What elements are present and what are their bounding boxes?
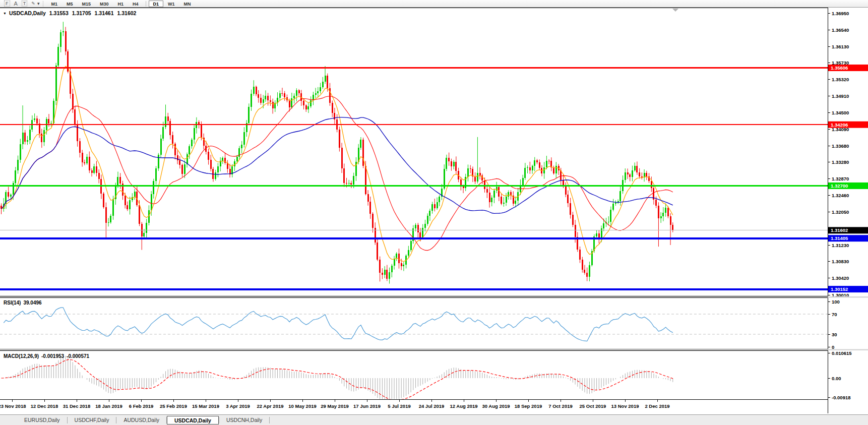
svg-text:0.010615: 0.010615 [832,350,852,356]
timeframe-button-m1[interactable]: M1 [46,1,62,7]
main-chart[interactable]: 1.369501.365401.361301.357301.353201.349… [0,8,868,414]
svg-text:1.34500: 1.34500 [832,110,849,115]
close-value: 1.31602 [117,10,136,16]
svg-text:1.33680: 1.33680 [832,143,849,149]
macd-panel-title: MACD(12,26,9)-0.001953-0.000571 [4,353,92,359]
timeframe-button-mn[interactable]: MN [179,1,196,7]
symbol-tab-audusd[interactable]: AUDUSD,Daily [116,416,166,424]
svg-text:29 May 2019: 29 May 2019 [321,403,348,409]
svg-text:1.34910: 1.34910 [832,93,849,99]
svg-text:1.36540: 1.36540 [832,27,849,33]
svg-text:2 Dec 2019: 2 Dec 2019 [645,403,669,409]
toolbar-separator [43,1,45,7]
macd-signal-line [2,359,673,400]
svg-text:1.35320: 1.35320 [832,77,849,82]
svg-text:10 May 2019: 10 May 2019 [288,403,316,409]
svg-text:12 Aug 2019: 12 Aug 2019 [450,403,477,409]
svg-text:18 Jan 2019: 18 Jan 2019 [95,403,122,409]
chart-ohlc-header: ▼USDCAD,Daily 1.31553 1.31705 1.31461 1.… [3,10,138,16]
chart-shift-marker-icon[interactable] [672,9,678,12]
svg-text:1.30152: 1.30152 [831,286,848,292]
svg-text:12 Dec 2018: 12 Dec 2018 [31,403,58,409]
svg-text:24 Jul 2019: 24 Jul 2019 [419,403,445,409]
svg-text:1.35606: 1.35606 [831,65,848,71]
svg-text:13 Nov 2019: 13 Nov 2019 [611,403,639,409]
svg-text:-0.00918: -0.00918 [832,395,851,400]
cursor-tool-icon[interactable]: F [2,1,12,7]
svg-text:1.32700: 1.32700 [831,183,848,189]
price-axis: 1.369501.365401.361301.357301.353201.349… [828,11,868,298]
collapse-triangle-icon[interactable]: ▼ [3,12,7,15]
timeframe-button-m5[interactable]: M5 [62,1,78,7]
tab-separator [269,417,270,423]
svg-text:0: 0 [832,344,834,350]
svg-text:31 Dec 2018: 31 Dec 2018 [63,403,90,409]
svg-text:1.36130: 1.36130 [832,44,849,49]
toolbar: F A T ✎ ▾ M1M5M15M30H1H4D1W1MN [0,0,868,8]
svg-text:1.30830: 1.30830 [832,259,849,264]
timeframe-buttons: M1M5M15M30H1H4D1W1MN [46,1,195,7]
svg-text:1.36950: 1.36950 [832,11,849,16]
svg-text:1.30420: 1.30420 [832,275,849,281]
brush-dropdown-icon[interactable]: ▾ [37,1,42,7]
svg-text:3 Apr 2019: 3 Apr 2019 [226,403,250,409]
symbol-tab-eurusd[interactable]: EURUSD,Daily [17,416,67,424]
toolbar-separator [146,1,146,7]
svg-text:6 Feb 2019: 6 Feb 2019 [129,403,154,409]
chart-symbol-label: USDCAD,Daily [9,10,46,16]
svg-text:25 Feb 2019: 25 Feb 2019 [160,403,187,409]
svg-text:100: 100 [832,299,840,305]
timeframe-button-d1[interactable]: D1 [149,1,164,7]
symbol-tab-bar: EURUSD,DailyUSDCHF,DailyAUDUSD,DailyUSDC… [0,414,868,425]
svg-text:17 Jun 2019: 17 Jun 2019 [353,403,381,409]
ma-fast-line [2,66,673,262]
symbol-tab-usdcad[interactable]: USDCAD,Daily [167,416,219,424]
timeframe-button-m15[interactable]: M15 [77,1,95,7]
moving-averages-layer [2,66,673,262]
svg-text:1.31602: 1.31602 [831,227,848,233]
svg-text:5 Jul 2019: 5 Jul 2019 [388,403,410,409]
candles-layer [1,22,673,283]
svg-text:22 Apr 2019: 22 Apr 2019 [257,403,284,409]
rsi-axis: 10070300 [828,299,840,350]
svg-text:70: 70 [832,312,837,317]
svg-text:30: 30 [832,332,837,337]
timeframe-button-h1[interactable]: H1 [113,1,128,7]
timeframe-button-w1[interactable]: W1 [163,1,179,7]
svg-text:25 Oct 2019: 25 Oct 2019 [580,403,606,409]
svg-text:1.33280: 1.33280 [832,159,849,165]
svg-text:30 Aug 2019: 30 Aug 2019 [482,403,510,409]
macd-axis: 0.0106150.00-0.00918 [828,350,852,400]
low-value: 1.31461 [95,10,114,16]
svg-text:18 Sep 2019: 18 Sep 2019 [515,403,542,409]
date-axis: 23 Nov 201812 Dec 201831 Dec 201818 Jan … [0,400,670,409]
svg-text:1.32050: 1.32050 [832,209,849,215]
text-tool-icon[interactable]: T [20,1,30,7]
rsi-panel-title: RSI(14)39.0496 [4,300,44,306]
open-value: 1.31553 [49,10,69,16]
svg-text:15 Mar 2019: 15 Mar 2019 [192,403,219,409]
svg-text:7 Oct 2019: 7 Oct 2019 [548,403,573,409]
symbol-tab-usdchf[interactable]: USDCHF,Daily [68,416,116,424]
svg-text:1.31405: 1.31405 [831,235,848,241]
svg-text:1.32870: 1.32870 [832,176,849,181]
svg-text:1.31230: 1.31230 [832,242,849,248]
timeframe-button-m30[interactable]: M30 [95,1,113,7]
brush-tool-icon[interactable]: ✎ [29,1,37,7]
rsi-line [4,308,673,341]
svg-text:1.32460: 1.32460 [832,193,849,198]
svg-text:23 Nov 2018: 23 Nov 2018 [0,403,26,409]
macd-histogram [2,356,673,403]
high-value: 1.31705 [72,10,91,16]
timeframe-button-h4[interactable]: H4 [128,1,143,7]
symbol-tab-usdcnh[interactable]: USDCNH,Daily [219,416,269,424]
arrow-tool-icon[interactable]: A [12,1,20,7]
svg-text:0.00: 0.00 [832,376,841,381]
svg-text:1.34206: 1.34206 [831,122,848,128]
